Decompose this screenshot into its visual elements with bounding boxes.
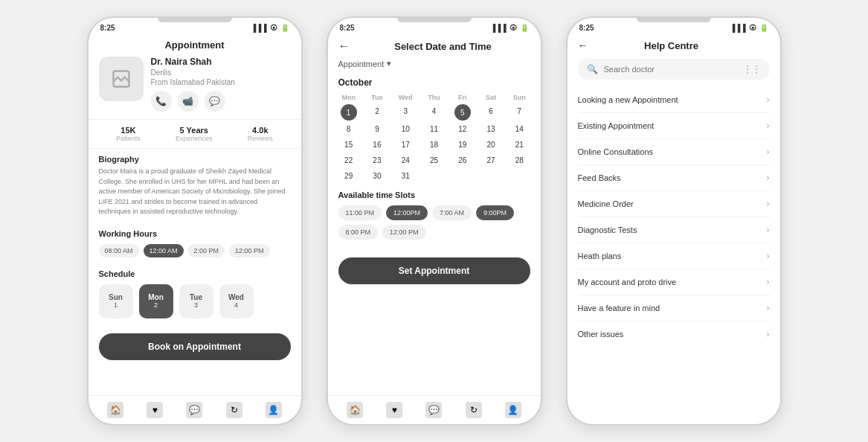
schedule-row: Sun1 Mon2 Tue3 Wed4 bbox=[89, 281, 301, 326]
slot-0[interactable]: 11:00 PM bbox=[338, 205, 382, 220]
doctor-card: Dr. Naira Shah Derilis From Islamabad Pa… bbox=[89, 57, 301, 119]
biography-title: Biography bbox=[89, 149, 301, 167]
chevron-2: › bbox=[767, 147, 770, 157]
appointment-header: Appointment bbox=[89, 35, 301, 57]
back-arrow-3[interactable]: ← bbox=[578, 39, 588, 51]
cal-row-1: 1 2 3 4 5 6 7 bbox=[335, 104, 533, 121]
bottom-nav-1: 🏠 ♥ 💬 ↻ 👤 bbox=[89, 395, 301, 424]
cal-day-9[interactable]: 9 bbox=[364, 122, 390, 136]
cal-day-10[interactable]: 10 bbox=[392, 122, 419, 136]
slot-3[interactable]: 9:00PM bbox=[476, 205, 514, 220]
help-header: ← Help Centre bbox=[568, 35, 780, 56]
cal-day-2[interactable]: 2 bbox=[364, 104, 390, 121]
nav-refresh-1[interactable]: ↻ bbox=[226, 402, 242, 418]
cal-day-7[interactable]: 7 bbox=[506, 104, 533, 121]
cal-day-6[interactable]: 6 bbox=[478, 104, 504, 121]
cal-day-11[interactable]: 11 bbox=[420, 122, 447, 136]
help-item-7[interactable]: My account and proto drive › bbox=[578, 269, 770, 295]
back-arrow-2[interactable]: ← bbox=[338, 39, 350, 53]
cal-day-8[interactable]: 8 bbox=[335, 122, 362, 136]
search-input[interactable] bbox=[604, 65, 737, 74]
cal-day-15[interactable]: 15 bbox=[335, 138, 362, 152]
cal-day-17[interactable]: 17 bbox=[392, 138, 419, 152]
nav-profile-2[interactable]: 👤 bbox=[505, 402, 521, 418]
call-btn[interactable]: 📞 bbox=[151, 91, 172, 112]
cal-day-24[interactable]: 24 bbox=[392, 153, 419, 167]
cal-day-3[interactable]: 3 bbox=[392, 104, 419, 121]
time-chip-1[interactable]: 12:00 AM bbox=[144, 244, 184, 257]
cal-day-16[interactable]: 16 bbox=[364, 138, 390, 152]
slot-2[interactable]: 7:00 AM bbox=[432, 205, 472, 220]
stat-exp-val: 5 Years bbox=[176, 126, 213, 135]
chevron-6: › bbox=[767, 251, 770, 261]
help-item-3[interactable]: Feed Backs › bbox=[578, 165, 770, 191]
nav-heart-1[interactable]: ♥ bbox=[147, 402, 163, 418]
appointment-dropdown[interactable]: Appointment ▾ bbox=[328, 56, 541, 74]
nav-chat-1[interactable]: 💬 bbox=[186, 402, 202, 418]
search-bar[interactable]: 🔍 ⋮⋮ bbox=[578, 59, 770, 80]
cal-day-26[interactable]: 26 bbox=[449, 153, 476, 167]
schedule-sun[interactable]: Sun1 bbox=[99, 284, 133, 318]
nav-profile-1[interactable]: 👤 bbox=[266, 402, 282, 418]
time-chip-3[interactable]: 12:00 PM bbox=[229, 244, 270, 257]
cal-day-23[interactable]: 23 bbox=[364, 153, 390, 167]
cal-day-18[interactable]: 18 bbox=[420, 138, 447, 152]
nav-heart-2[interactable]: ♥ bbox=[386, 402, 402, 418]
time-chip-0[interactable]: 08:00 AM bbox=[99, 244, 139, 257]
cal-day-28[interactable]: 28 bbox=[506, 153, 533, 167]
cal-day-22[interactable]: 22 bbox=[335, 153, 362, 167]
nav-refresh-2[interactable]: ↻ bbox=[466, 402, 482, 418]
phones-container: 8:25 ▐▐▐ ⦿ 🔋 Appointment Dr. Naira Shah … bbox=[72, 1, 797, 441]
help-item-8[interactable]: Have a feature in mind › bbox=[578, 295, 770, 321]
cal-day-1[interactable]: 1 bbox=[341, 104, 357, 121]
set-appointment-button[interactable]: Set Appointment bbox=[338, 257, 530, 284]
cal-day-27[interactable]: 27 bbox=[478, 153, 504, 167]
cal-day-31[interactable]: 31 bbox=[392, 169, 419, 183]
cal-day-19[interactable]: 19 bbox=[449, 138, 476, 152]
nav-home-2[interactable]: 🏠 bbox=[347, 402, 363, 418]
chevron-9: › bbox=[767, 329, 770, 339]
video-btn[interactable]: 📹 bbox=[178, 91, 199, 112]
help-item-0[interactable]: Looking a new Appointment › bbox=[578, 87, 770, 113]
stat-patients-val: 15K bbox=[116, 126, 141, 135]
msg-btn[interactable]: 💬 bbox=[205, 91, 225, 112]
help-item-5[interactable]: Diagnostic Tests › bbox=[578, 217, 770, 243]
schedule-tue[interactable]: Tue3 bbox=[179, 284, 213, 318]
cal-day-12[interactable]: 12 bbox=[449, 122, 476, 136]
cal-day-13[interactable]: 13 bbox=[478, 122, 504, 136]
schedule-mon[interactable]: Mon2 bbox=[139, 284, 173, 318]
nav-chat-2[interactable]: 💬 bbox=[425, 402, 442, 418]
month-label: October bbox=[328, 74, 541, 92]
cal-day-30[interactable]: 30 bbox=[364, 169, 390, 183]
stat-rev-lbl: Reviews bbox=[248, 135, 273, 142]
cal-day-5[interactable]: 5 bbox=[454, 104, 471, 121]
biography-text: Doctor Maira is a proud graduate of Shei… bbox=[89, 167, 301, 223]
time-3: 8:25 bbox=[579, 24, 594, 32]
cal-day-21[interactable]: 21 bbox=[506, 138, 533, 152]
doctor-info: Dr. Naira Shah Derilis From Islamabad Pa… bbox=[151, 57, 291, 112]
cal-day-29[interactable]: 29 bbox=[335, 169, 362, 183]
slot-4[interactable]: 8:00 PM bbox=[338, 225, 379, 240]
status-icons-1: ▐▐▐ ⦿ 🔋 bbox=[251, 24, 289, 32]
calendar-header: ← Select Date and Time bbox=[328, 35, 541, 56]
slot-1[interactable]: 12:00PM bbox=[386, 205, 428, 220]
slot-5[interactable]: 12:00 PM bbox=[382, 225, 426, 240]
nav-home-1[interactable]: 🏠 bbox=[107, 402, 123, 418]
phone-help: 8:25 ▐▐▐ ⦿ 🔋 ← Help Centre 🔍 ⋮⋮ Looking … bbox=[566, 16, 782, 426]
cal-day-14[interactable]: 14 bbox=[506, 122, 533, 136]
help-item-6[interactable]: Heath plans › bbox=[578, 243, 770, 269]
help-item-4[interactable]: Medicine Order › bbox=[578, 191, 770, 217]
help-item-9[interactable]: Other issues › bbox=[578, 321, 770, 347]
book-appointment-button[interactable]: Book on Appointment bbox=[99, 333, 291, 360]
cal-day-4[interactable]: 4 bbox=[420, 104, 447, 121]
cal-day-20[interactable]: 20 bbox=[478, 138, 504, 152]
cal-day-25[interactable]: 25 bbox=[420, 153, 447, 167]
time-chip-2[interactable]: 2:00 PM bbox=[188, 244, 225, 257]
schedule-wed[interactable]: Wed4 bbox=[219, 284, 254, 318]
help-item-2[interactable]: Online Consultations › bbox=[578, 139, 770, 165]
help-item-1[interactable]: Existing Appointment › bbox=[578, 113, 770, 139]
cal-row-4: 22 23 24 25 26 27 28 bbox=[335, 153, 533, 167]
phone-appointment: 8:25 ▐▐▐ ⦿ 🔋 Appointment Dr. Naira Shah … bbox=[87, 16, 303, 426]
chevron-7: › bbox=[767, 277, 770, 287]
phone-calendar: 8:25 ▐▐▐ ⦿ 🔋 ← Select Date and Time Appo… bbox=[327, 16, 542, 426]
